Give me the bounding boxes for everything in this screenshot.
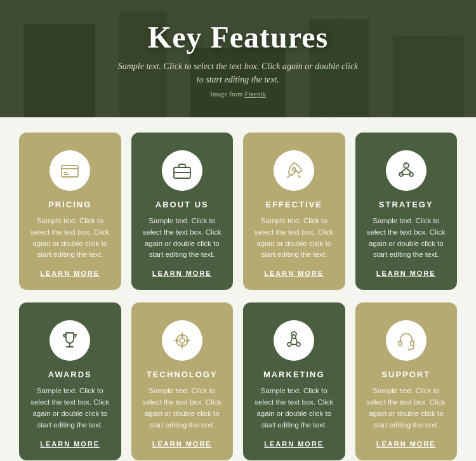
card-awards: AWARDS Sample text. Click to select the … [19, 302, 121, 460]
cards-row-2: AWARDS Sample text. Click to select the … [19, 302, 457, 460]
strategy-title: STRATEGY [379, 200, 433, 209]
awards-learn-more[interactable]: LEARN MORE [40, 440, 100, 448]
technology-icon-circle [162, 320, 202, 361]
effective-title: EFFECTIVE [265, 200, 322, 209]
trophy-icon [60, 330, 80, 351]
support-learn-more[interactable]: LEARN MORE [376, 440, 436, 448]
svg-rect-0 [62, 166, 78, 177]
about-us-title: ABOUT US [155, 200, 209, 209]
awards-title: AWARDS [48, 370, 92, 379]
awards-icon-circle [50, 320, 90, 361]
about-us-learn-more[interactable]: LEARN MORE [152, 269, 212, 277]
svg-line-10 [401, 168, 406, 172]
page-title: Key Features [148, 20, 328, 55]
effective-text: Sample text. Click to select the text bo… [253, 216, 335, 261]
pricing-icon-circle [50, 150, 90, 191]
marketing-title: MARKETING [263, 370, 325, 379]
rocket-icon [284, 160, 304, 181]
technology-title: TECHNOLOGY [147, 370, 218, 379]
svg-text:o: o [400, 172, 402, 176]
pricing-text: Sample text. Click to select the text bo… [29, 216, 111, 261]
strategy-icon-circle: x o x [386, 150, 426, 191]
svg-point-24 [181, 335, 183, 337]
svg-point-28 [292, 335, 296, 339]
effective-learn-more[interactable]: LEARN MORE [264, 269, 324, 277]
effective-icon-circle [274, 150, 314, 191]
card-technology: TECHNOLOGY Sample text. Click to select … [131, 302, 234, 460]
strategy-icon: x o x [396, 160, 416, 181]
support-text: Sample text. Click to select the text bo… [366, 386, 447, 431]
card-strategy: x o x STRATEGY Sample text. Click to sel… [355, 133, 458, 290]
pricing-title: PRICING [48, 200, 91, 209]
headset-icon [396, 330, 416, 351]
about-us-icon-circle [162, 150, 202, 191]
svg-point-25 [181, 345, 183, 347]
credit-text: Image from [210, 90, 244, 98]
technology-learn-more[interactable]: LEARN MORE [152, 440, 212, 448]
svg-point-34 [407, 349, 409, 351]
awards-text: Sample text. Click to select the text bo… [29, 386, 111, 431]
cards-row-1: PRICING Sample text. Click to select the… [19, 133, 457, 290]
technology-text: Sample text. Click to select the text bo… [142, 386, 223, 431]
hero-credit: Image from Freepik [210, 90, 266, 98]
marketing-icon [284, 330, 304, 351]
card-marketing: MARKETING Sample text. Click to select t… [243, 302, 345, 460]
pricing-learn-more[interactable]: LEARN MORE [40, 269, 100, 277]
support-icon-circle [386, 320, 426, 361]
hero-subtitle: Sample text. Click to select the text bo… [117, 60, 359, 86]
svg-point-18 [180, 338, 185, 343]
svg-point-6 [293, 168, 296, 171]
credit-card-icon [60, 160, 80, 181]
hero-background [0, 0, 476, 117]
marketing-learn-more[interactable]: LEARN MORE [264, 440, 324, 448]
technology-icon [172, 330, 192, 351]
about-us-text: Sample text. Click to select the text bo… [142, 216, 223, 261]
marketing-icon-circle [274, 320, 314, 361]
card-support: SUPPORT Sample text. Click to select the… [355, 302, 458, 460]
card-about-us: ABOUT US Sample text. Click to select th… [131, 133, 234, 290]
freepik-link[interactable]: Freepik [244, 90, 266, 98]
strategy-learn-more[interactable]: LEARN MORE [376, 269, 436, 277]
briefcase-icon [172, 160, 192, 181]
svg-point-26 [176, 340, 178, 342]
card-effective: EFFECTIVE Sample text. Click to select t… [243, 133, 345, 290]
card-pricing: PRICING Sample text. Click to select the… [19, 133, 121, 290]
marketing-text: Sample text. Click to select the text bo… [253, 386, 335, 431]
svg-point-27 [186, 340, 188, 342]
support-title: SUPPORT [381, 370, 430, 379]
cards-section: PRICING Sample text. Click to select the… [0, 117, 476, 461]
strategy-text: Sample text. Click to select the text bo… [366, 216, 447, 261]
hero-section: Key Features Sample text. Click to selec… [0, 0, 476, 117]
